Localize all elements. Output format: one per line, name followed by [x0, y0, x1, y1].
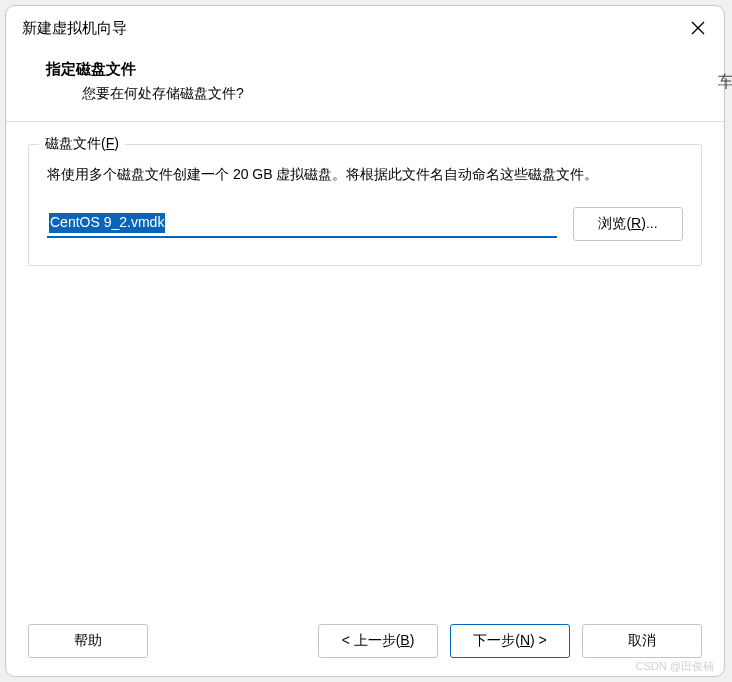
- disk-file-input[interactable]: [47, 210, 557, 238]
- content-area: 磁盘文件(F) 将使用多个磁盘文件创建一个 20 GB 虚拟磁盘。将根据此文件名…: [6, 122, 724, 610]
- group-label: 磁盘文件(F): [39, 135, 125, 153]
- group-description: 将使用多个磁盘文件创建一个 20 GB 虚拟磁盘。将根据此文件名自动命名这些磁盘…: [47, 163, 683, 187]
- window-title: 新建虚拟机向导: [22, 19, 127, 38]
- file-input-wrap: CentOS 9_2.vmdk: [47, 210, 557, 238]
- back-button[interactable]: < 上一步(B): [318, 624, 438, 658]
- help-button[interactable]: 帮助: [28, 624, 148, 658]
- page-subtitle: 您要在何处存储磁盘文件?: [46, 85, 684, 103]
- browse-button[interactable]: 浏览(R)...: [573, 207, 683, 241]
- footer: 帮助 < 上一步(B) 下一步(N) > 取消: [6, 610, 724, 676]
- page-title: 指定磁盘文件: [46, 60, 684, 79]
- titlebar: 新建虚拟机向导: [6, 6, 724, 48]
- next-button[interactable]: 下一步(N) >: [450, 624, 570, 658]
- close-icon: [690, 20, 706, 36]
- close-button[interactable]: [684, 14, 712, 42]
- cropped-character: 车: [718, 72, 732, 93]
- cancel-button[interactable]: 取消: [582, 624, 702, 658]
- wizard-dialog: 新建虚拟机向导 指定磁盘文件 您要在何处存储磁盘文件? 磁盘文件(F) 将使用多…: [5, 5, 725, 677]
- header: 指定磁盘文件 您要在何处存储磁盘文件?: [6, 48, 724, 122]
- disk-file-group: 磁盘文件(F) 将使用多个磁盘文件创建一个 20 GB 虚拟磁盘。将根据此文件名…: [28, 144, 702, 266]
- footer-left: 帮助: [28, 624, 306, 658]
- file-row: CentOS 9_2.vmdk 浏览(R)...: [47, 207, 683, 241]
